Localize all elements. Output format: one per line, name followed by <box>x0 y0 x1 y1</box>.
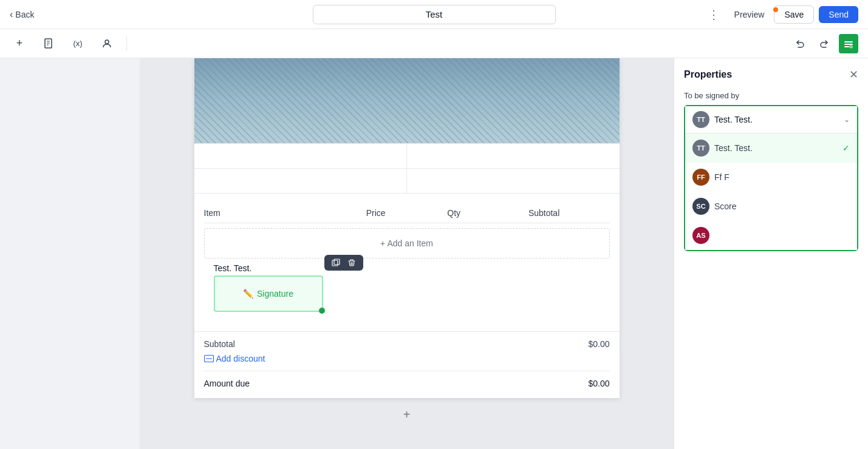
signature-box[interactable]: ✏️ Signature <box>214 275 323 312</box>
selected-avatar: TT <box>692 111 709 128</box>
add-element-button[interactable]: + <box>10 34 29 53</box>
col-subtotal: Subtotal <box>528 208 610 218</box>
dropdown-option-ff[interactable]: FF Ff F <box>685 163 857 192</box>
selected-name: Test. Test. <box>714 115 753 124</box>
dropdown-selected-left: TT Test. Test. <box>692 111 753 128</box>
check-icon: ✓ <box>842 143 850 153</box>
chevron-down-icon: ⌄ <box>844 115 850 124</box>
invoice-header: Item Price Qty Subtotal <box>204 203 610 223</box>
back-button[interactable]: ‹ Back <box>10 9 34 20</box>
option-name-tt: Test. Test. <box>714 143 753 153</box>
option-name-ff: Ff F <box>714 172 730 182</box>
svg-rect-10 <box>334 259 340 265</box>
table-row <box>194 169 620 194</box>
signature-label: Signature <box>257 289 293 299</box>
close-panel-button[interactable]: ✕ <box>849 68 858 81</box>
option-avatar-sc: SC <box>692 198 709 215</box>
add-discount-button[interactable]: Add discount <box>204 351 265 366</box>
delete-signature-button[interactable] <box>345 257 358 268</box>
dropdown-option-sc[interactable]: SC Score <box>685 192 857 221</box>
svg-rect-6 <box>844 44 853 45</box>
variable-button[interactable]: (x) <box>68 34 87 53</box>
option-name-sc: Score <box>714 201 737 211</box>
svg-point-8 <box>850 46 852 48</box>
document-card: Item Price Qty Subtotal + Add an Item Te… <box>194 58 620 398</box>
redo-button[interactable] <box>815 34 834 53</box>
notification-dot <box>773 7 778 12</box>
add-item-button[interactable]: + Add an Item <box>204 228 610 258</box>
second-toolbar: + (x) <box>0 29 868 58</box>
table-rows <box>194 143 620 194</box>
signer-dropdown[interactable]: TT Test. Test. ⌄ TT Test. Test. ✓ FF Ff … <box>684 105 858 251</box>
amount-due-value: $0.00 <box>588 379 609 388</box>
panel-header: Properties ✕ <box>684 68 858 81</box>
signature-pencil-icon: ✏️ <box>243 289 253 299</box>
option-avatar-as: AS <box>692 227 709 244</box>
subtotal-section: Subtotal $0.00 Add discount Amount due $… <box>194 331 620 398</box>
col-price: Price <box>366 208 448 218</box>
dropdown-option-as[interactable]: AS <box>685 221 857 250</box>
svg-rect-5 <box>844 41 853 42</box>
to-be-signed-label: To be signed by <box>684 91 858 100</box>
subtotal-label: Subtotal <box>204 339 235 349</box>
duplicate-signature-button[interactable] <box>329 257 343 268</box>
option-avatar-tt: TT <box>692 140 709 157</box>
invoice-table: Item Price Qty Subtotal + Add an Item Te… <box>194 194 620 331</box>
add-discount-label: Add discount <box>216 354 265 363</box>
properties-toggle-button[interactable] <box>839 34 858 53</box>
svg-rect-9 <box>332 260 338 266</box>
amount-due-label: Amount due <box>204 379 250 388</box>
option-avatar-ff: FF <box>692 169 709 186</box>
send-button[interactable]: Send <box>819 6 858 23</box>
dropdown-options-list: TT Test. Test. ✓ FF Ff F SC Score AS <box>685 133 857 250</box>
undo-button[interactable] <box>790 34 810 53</box>
back-label: Back <box>15 10 34 19</box>
panel-title: Properties <box>684 69 732 80</box>
dropdown-selected[interactable]: TT Test. Test. ⌄ <box>685 106 857 133</box>
svg-point-4 <box>105 40 109 44</box>
add-item-label: + Add an Item <box>380 238 433 248</box>
document-image <box>194 58 620 143</box>
table-cell <box>407 169 620 193</box>
table-cell <box>194 169 407 193</box>
canvas-area: Item Price Qty Subtotal + Add an Item Te… <box>140 58 674 449</box>
preview-button[interactable]: Preview <box>730 7 770 22</box>
user-button[interactable] <box>97 34 117 53</box>
document-image-inner <box>194 58 620 143</box>
col-qty: Qty <box>447 208 528 218</box>
table-cell <box>194 144 407 168</box>
save-button[interactable]: Save <box>774 5 814 24</box>
back-arrow-icon: ‹ <box>10 9 13 20</box>
signature-float-toolbar <box>324 255 363 271</box>
dropdown-option-tt[interactable]: TT Test. Test. ✓ <box>685 133 857 163</box>
amount-due-row: Amount due $0.00 <box>204 371 610 388</box>
document-title-input[interactable] <box>313 5 556 24</box>
main-layout: Item Price Qty Subtotal + Add an Item Te… <box>0 58 868 449</box>
subtotal-value: $0.00 <box>588 339 609 349</box>
properties-panel: Properties ✕ To be signed by TT Test. Te… <box>674 58 868 449</box>
signer-name: Test. Test. <box>214 263 600 273</box>
document-button[interactable] <box>39 34 58 53</box>
table-row <box>194 144 620 169</box>
subtotal-row: Subtotal $0.00 <box>204 337 610 351</box>
toolbar-divider <box>126 36 127 51</box>
col-item: Item <box>204 208 366 218</box>
left-sidebar <box>0 58 140 449</box>
top-bar: ‹ Back ⋮ Preview Save Send <box>0 0 868 29</box>
signature-section: Test. Test. <box>204 263 610 322</box>
add-section-button[interactable]: + <box>194 398 620 431</box>
second-toolbar-right <box>790 34 858 53</box>
signature-dot <box>319 308 325 314</box>
top-right-actions: ⋮ Preview Save Send <box>703 5 858 24</box>
svg-rect-7 <box>844 46 849 47</box>
more-options-button[interactable]: ⋮ <box>703 5 725 24</box>
table-cell <box>407 144 620 168</box>
